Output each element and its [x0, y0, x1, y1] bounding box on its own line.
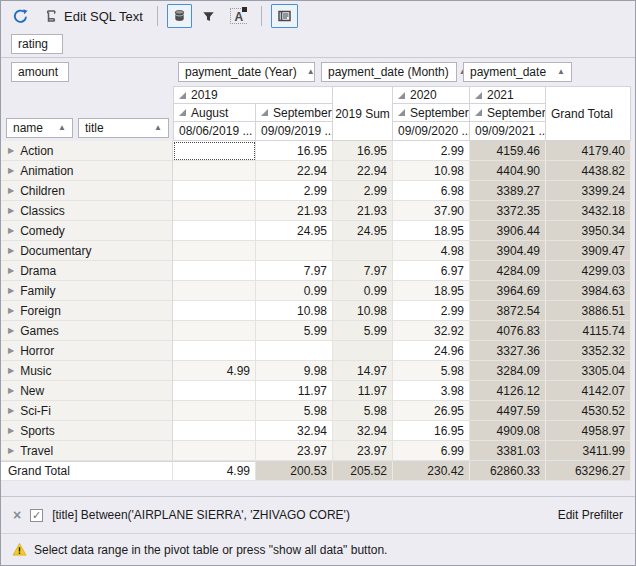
refresh-button[interactable]	[7, 4, 34, 28]
pivot-cell[interactable]: 3389.27	[470, 181, 546, 201]
pivot-cell[interactable]: 7.97	[333, 261, 393, 281]
pivot-cell[interactable]	[173, 201, 256, 221]
pivot-cell[interactable]: 10.98	[333, 301, 393, 321]
pivot-cell[interactable]: 5.98	[333, 401, 393, 421]
expand-icon[interactable]: ▶	[8, 227, 14, 235]
pivot-cell[interactable]: 5.99	[256, 321, 333, 341]
row-label-sports[interactable]: ▶Sports	[1, 421, 173, 441]
pivot-cell[interactable]: 4.99	[173, 361, 256, 381]
row-label-games[interactable]: ▶Games	[1, 321, 173, 341]
collapse-icon[interactable]	[179, 109, 186, 116]
pivot-cell[interactable]: 24.96	[393, 341, 470, 361]
pivot-cell[interactable]: 3.98	[393, 381, 470, 401]
column-header-grand-total[interactable]: Grand Total	[546, 86, 631, 141]
grand-total-cell[interactable]: 4.99	[173, 461, 256, 481]
pivot-cell[interactable]: 3327.36	[470, 341, 546, 361]
pivot-cell[interactable]: 18.95	[393, 281, 470, 301]
row-label-action[interactable]: ▶Action	[1, 141, 173, 161]
collapse-icon[interactable]	[398, 92, 405, 99]
row-label-travel[interactable]: ▶Travel	[1, 441, 173, 461]
pivot-cell[interactable]: 2.99	[256, 181, 333, 201]
expand-icon[interactable]: ▶	[8, 247, 14, 255]
pivot-cell[interactable]	[173, 301, 256, 321]
expand-icon[interactable]: ▶	[8, 287, 14, 295]
expand-icon[interactable]: ▶	[8, 187, 14, 195]
column-header-september-2020[interactable]: September	[393, 104, 470, 122]
row-label-documentary[interactable]: ▶Documentary	[1, 241, 173, 261]
grand-total-row-label[interactable]: Grand Total	[1, 461, 173, 481]
row-label-animation[interactable]: ▶Animation	[1, 161, 173, 181]
column-header-september-2021[interactable]: September	[470, 104, 546, 122]
pivot-cell[interactable]: 3411.99	[546, 441, 631, 461]
pivot-cell[interactable]: 16.95	[256, 141, 333, 161]
pivot-cell[interactable]	[256, 241, 333, 261]
collapse-icon[interactable]	[179, 92, 186, 99]
pivot-cell[interactable]: 3909.47	[546, 241, 631, 261]
pivot-cell[interactable]: 32.94	[333, 421, 393, 441]
column-header-2019-sum[interactable]: 2019 Sum	[333, 86, 393, 141]
pivot-cell[interactable]	[173, 181, 256, 201]
row-label-drama[interactable]: ▶Drama	[1, 261, 173, 281]
pivot-cell[interactable]: 24.95	[256, 221, 333, 241]
pivot-cell[interactable]: 7.97	[256, 261, 333, 281]
prefilter-checkbox[interactable]: ✓	[30, 509, 43, 522]
pivot-cell[interactable]: 3381.03	[470, 441, 546, 461]
pivot-cell[interactable]: 32.94	[256, 421, 333, 441]
pivot-cell[interactable]: 24.95	[333, 221, 393, 241]
pivot-cell[interactable]	[333, 241, 393, 261]
pivot-cell[interactable]: 26.95	[393, 401, 470, 421]
pivot-cell[interactable]	[173, 221, 256, 241]
pivot-cell[interactable]: 3904.49	[470, 241, 546, 261]
collapse-icon[interactable]	[261, 109, 268, 116]
pivot-cell[interactable]: 4958.97	[546, 421, 631, 441]
column-header-date-sep-2019[interactable]: 09/09/2019 ...	[256, 122, 333, 141]
field-chip-rating[interactable]: rating	[11, 34, 63, 54]
pivot-cell[interactable]	[173, 281, 256, 301]
pivot-cell[interactable]: 22.94	[256, 161, 333, 181]
pivot-cell[interactable]	[256, 341, 333, 361]
column-header-date-sep-2021[interactable]: 09/09/2021 ...	[470, 122, 546, 141]
pivot-cell[interactable]: 22.94	[333, 161, 393, 181]
column-header-date-sep-2020[interactable]: 09/09/2020 ...	[393, 122, 470, 141]
pivot-cell[interactable]: 3372.35	[470, 201, 546, 221]
panel-toggle-button[interactable]	[271, 4, 298, 28]
pivot-cell[interactable]: 10.98	[256, 301, 333, 321]
pivot-cell[interactable]: 23.97	[333, 441, 393, 461]
database-toggle-button[interactable]	[167, 4, 192, 28]
pivot-cell[interactable]: 9.98	[256, 361, 333, 381]
pivot-cell[interactable]: 2.99	[393, 301, 470, 321]
pivot-cell[interactable]: 0.99	[333, 281, 393, 301]
expand-icon[interactable]: ▶	[8, 407, 14, 415]
expand-icon[interactable]: ▶	[8, 387, 14, 395]
pivot-cell[interactable]	[173, 341, 256, 361]
field-chip-payment-date-year[interactable]: payment_date (Year) ▲	[178, 62, 315, 82]
pivot-cell[interactable]: 3305.04	[546, 361, 631, 381]
filter-button[interactable]	[196, 4, 221, 28]
column-header-2020[interactable]: 2020	[393, 86, 470, 104]
pivot-cell[interactable]: 23.97	[256, 441, 333, 461]
row-label-music[interactable]: ▶Music	[1, 361, 173, 381]
pivot-cell[interactable]: 4497.59	[470, 401, 546, 421]
pivot-cell[interactable]: 21.93	[333, 201, 393, 221]
expand-icon[interactable]: ▶	[8, 207, 14, 215]
column-header-august-2019[interactable]: August	[173, 104, 256, 122]
pivot-cell[interactable]: 4142.07	[546, 381, 631, 401]
pivot-cell[interactable]	[173, 381, 256, 401]
pivot-cell[interactable]: 4530.52	[546, 401, 631, 421]
pivot-cell[interactable]: 6.97	[393, 261, 470, 281]
column-header-september-2019[interactable]: September	[256, 104, 333, 122]
pivot-cell[interactable]: 5.99	[333, 321, 393, 341]
pivot-cell[interactable]: 6.98	[393, 181, 470, 201]
pivot-cell[interactable]: 3886.51	[546, 301, 631, 321]
grand-total-cell[interactable]: 63296.27	[546, 461, 631, 481]
expand-icon[interactable]: ▶	[8, 167, 14, 175]
fit-content-button[interactable]: A	[225, 4, 252, 28]
row-label-new[interactable]: ▶New	[1, 381, 173, 401]
column-header-2021[interactable]: 2021	[470, 86, 546, 104]
pivot-cell[interactable]: 4126.12	[470, 381, 546, 401]
pivot-cell[interactable]	[173, 141, 256, 161]
pivot-cell[interactable]	[173, 441, 256, 461]
collapse-icon[interactable]	[475, 92, 482, 99]
pivot-cell[interactable]: 0.99	[256, 281, 333, 301]
pivot-cell[interactable]: 3352.32	[546, 341, 631, 361]
